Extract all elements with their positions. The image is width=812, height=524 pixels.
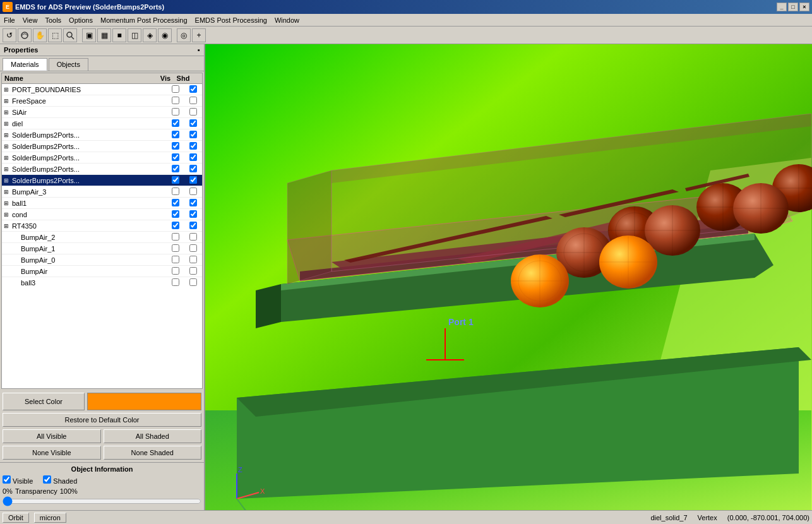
pan-button[interactable]: ✋ <box>33 28 47 42</box>
row-vis[interactable] <box>167 233 184 242</box>
expand-icon[interactable]: ⊞ <box>2 121 11 127</box>
row-shd[interactable] <box>184 131 202 140</box>
row-shd[interactable] <box>184 165 202 174</box>
table-row[interactable]: ⊞ ball3 <box>2 277 202 286</box>
table-row[interactable]: ⊞ SolderBumps2Ports... <box>2 129 202 141</box>
row-shd[interactable] <box>184 97 202 105</box>
row-shd[interactable] <box>184 119 202 128</box>
row-vis[interactable] <box>167 256 184 265</box>
expand-icon[interactable]: ⊞ <box>2 177 11 184</box>
expand-icon[interactable]: ⊞ <box>2 132 11 138</box>
row-vis[interactable] <box>167 153 184 162</box>
xray-button[interactable]: ◉ <box>158 28 172 42</box>
row-vis[interactable] <box>167 210 184 219</box>
table-row[interactable]: ⊞ RT4350 <box>2 220 202 232</box>
menu-emds[interactable]: EMDS Post Processing <box>191 15 271 25</box>
table-row[interactable]: ⊞ BumpAir_3 <box>2 186 202 198</box>
row-vis[interactable] <box>167 119 184 128</box>
row-vis[interactable] <box>167 165 184 174</box>
table-row[interactable]: ⊞ ball1 <box>2 198 202 209</box>
menu-tools[interactable]: Tools <box>41 15 65 25</box>
shaded-label[interactable]: Shaded <box>43 475 77 485</box>
tab-objects[interactable]: Objects <box>49 58 88 71</box>
expand-icon[interactable]: ⊞ <box>2 143 11 150</box>
material-button[interactable]: ◈ <box>143 28 157 42</box>
row-vis[interactable] <box>167 131 184 140</box>
row-shd[interactable] <box>184 153 202 162</box>
shaded-checkbox[interactable] <box>43 475 51 484</box>
row-shd[interactable] <box>184 199 202 208</box>
zoom-button[interactable] <box>63 28 77 42</box>
expand-icon[interactable]: ⊞ <box>2 189 11 195</box>
menu-options[interactable]: Options <box>65 15 97 25</box>
row-vis[interactable] <box>167 97 184 105</box>
restore-button[interactable]: □ <box>788 3 798 11</box>
row-vis[interactable] <box>167 108 184 117</box>
table-row[interactable]: ⊞ BumpAir_0 <box>2 254 202 266</box>
row-shd[interactable] <box>184 188 202 196</box>
layer-button[interactable]: ▣ <box>82 28 96 42</box>
none-visible-button[interactable]: None Visible <box>3 446 101 460</box>
color-swatch[interactable] <box>87 393 201 410</box>
close-button[interactable]: × <box>799 3 809 11</box>
micron-status-button[interactable]: micron <box>34 513 66 523</box>
expand-icon[interactable]: ⊞ <box>2 109 11 116</box>
menu-view[interactable]: View <box>19 15 42 25</box>
menu-momentum[interactable]: Momentum Post Processing <box>97 15 191 25</box>
table-row-selected[interactable]: ⊞ SolderBumps2Ports... <box>2 175 202 186</box>
table-row[interactable]: ⊞ SiAir <box>2 107 202 118</box>
row-vis[interactable] <box>167 222 184 230</box>
row-vis[interactable] <box>167 188 184 196</box>
table-row[interactable]: ⊞ SolderBumps2Ports... <box>2 141 202 152</box>
row-shd[interactable] <box>184 176 202 185</box>
transparency-slider[interactable] <box>3 496 201 506</box>
add-button[interactable]: + <box>192 28 206 42</box>
menu-window[interactable]: Window <box>271 15 303 25</box>
all-shaded-button[interactable]: All Shaded <box>104 429 202 443</box>
row-shd[interactable] <box>184 278 202 287</box>
table-row[interactable]: ⊞ SolderBumps2Ports... <box>2 152 202 164</box>
row-vis[interactable] <box>167 244 184 253</box>
expand-icon[interactable]: ⊞ <box>2 223 11 229</box>
row-shd[interactable] <box>184 233 202 242</box>
select-color-button[interactable]: Select Color <box>3 393 85 410</box>
row-shd[interactable] <box>184 222 202 230</box>
row-shd[interactable] <box>184 267 202 276</box>
orbit-status-button[interactable]: Orbit <box>3 513 29 523</box>
tab-materials[interactable]: Materials <box>3 58 47 71</box>
expand-icon[interactable]: ⊞ <box>2 86 11 93</box>
row-vis[interactable] <box>167 176 184 185</box>
table-row[interactable]: ⊞ cond <box>2 209 202 220</box>
refresh-button[interactable]: ↺ <box>3 28 16 42</box>
table-row[interactable]: ⊞ SolderBumps2Ports... <box>2 164 202 175</box>
orbit-button[interactable] <box>18 28 32 42</box>
collapse-icon[interactable]: ▪ <box>198 46 200 54</box>
row-shd[interactable] <box>184 244 202 253</box>
row-shd[interactable] <box>184 108 202 117</box>
expand-icon[interactable]: ⊞ <box>2 166 11 172</box>
viewport[interactable]: Port 1 Port 2 Z X Y <box>205 44 812 510</box>
expand-icon[interactable]: ⊞ <box>2 98 11 104</box>
row-shd[interactable] <box>184 256 202 265</box>
minimize-button[interactable]: _ <box>777 3 787 11</box>
table-row[interactable]: ⊞ BumpAir_1 <box>2 243 202 254</box>
solid-button[interactable]: ■ <box>112 28 126 42</box>
row-vis[interactable] <box>167 278 184 287</box>
row-vis[interactable] <box>167 267 184 276</box>
none-shaded-button[interactable]: None Shaded <box>104 446 202 460</box>
table-row[interactable]: ⊞ BumpAir_2 <box>2 232 202 243</box>
expand-icon[interactable]: ⊞ <box>2 155 11 161</box>
table-row[interactable]: ⊞ PORT_BOUNDARIES <box>2 84 202 95</box>
wireframe-button[interactable]: ▦ <box>97 28 111 42</box>
table-row[interactable]: ⊞ FreeSpace <box>2 95 202 107</box>
all-visible-button[interactable]: All Visible <box>3 429 101 443</box>
table-row[interactable]: ⊞ diel <box>2 118 202 129</box>
expand-icon[interactable]: ⊞ <box>2 200 11 206</box>
select-rect-button[interactable]: ⬚ <box>48 28 62 42</box>
visible-label[interactable]: Visible <box>3 475 33 485</box>
table-row[interactable]: ⊞ BumpAir <box>2 266 202 277</box>
measure-button[interactable]: ◎ <box>177 28 191 42</box>
row-shd[interactable] <box>184 142 202 151</box>
row-vis[interactable] <box>167 142 184 151</box>
row-vis[interactable] <box>167 199 184 208</box>
